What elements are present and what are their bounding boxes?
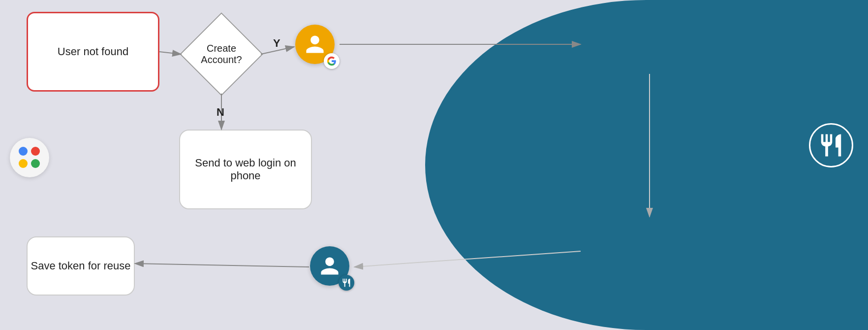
node-user-not-found: User not found <box>27 12 159 92</box>
dot-blue <box>19 147 28 156</box>
fork-knife-icon <box>341 278 351 288</box>
user-silhouette <box>304 33 326 55</box>
send-to-web-label: Send to web login on phone <box>180 157 311 182</box>
google-g-icon <box>327 56 337 66</box>
label-no: N <box>217 106 224 119</box>
dining-circle-icon <box>809 123 853 167</box>
background-right <box>425 0 868 330</box>
diamond-label: CreateAccount? <box>201 43 242 66</box>
google-badge <box>324 53 340 69</box>
save-token-label: Save token for reuse <box>31 260 130 272</box>
label-yes: Y <box>273 37 280 50</box>
user-not-found-label: User not found <box>58 45 128 58</box>
node-send-to-web: Send to web login on phone <box>179 130 312 209</box>
google-assistant-icon <box>10 138 49 177</box>
foodbot-user-icon <box>310 246 354 291</box>
node-save-token: Save token for reuse <box>27 236 135 296</box>
foodbot-badge <box>339 275 354 291</box>
diamond-create-account: CreateAccount? <box>182 15 261 94</box>
dot-green <box>31 159 40 168</box>
user-silhouette-teal <box>319 255 341 277</box>
fork-knife-large-icon <box>818 132 844 159</box>
dot-yellow <box>19 159 28 168</box>
dot-red <box>31 147 40 156</box>
google-user-icon <box>295 25 340 69</box>
